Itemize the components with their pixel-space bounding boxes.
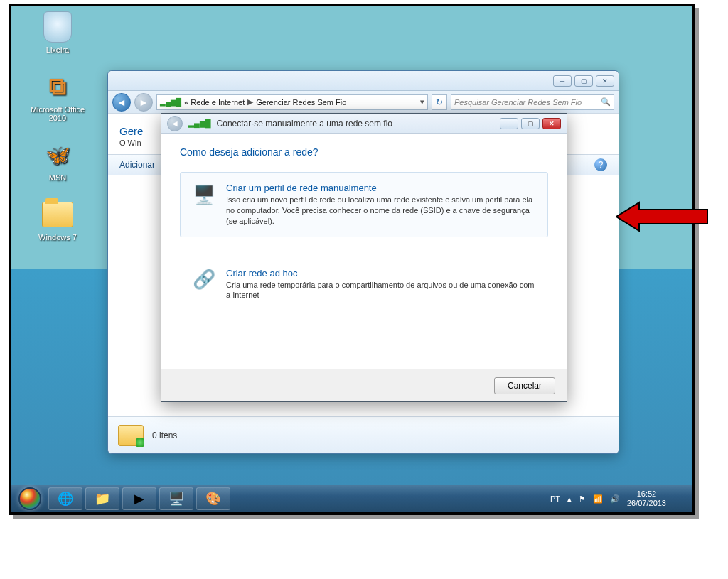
signal-icon: ▂▄▆█ <box>188 119 211 128</box>
wizard-titlebar[interactable]: ◄ ▂▄▆█ Conectar-se manualmente a uma red… <box>161 114 567 134</box>
refresh-button[interactable]: ↻ <box>432 94 447 110</box>
option-adhoc[interactable]: 🔗 Criar rede ad hoc Cria uma rede tempor… <box>180 257 548 312</box>
desktop-icon-label: Lixeira <box>29 45 86 54</box>
system-tray: PT ▴ ⚑ 📶 🔊 16:52 26/07/2013 <box>550 487 689 511</box>
trash-icon <box>43 11 72 43</box>
breadcrumb[interactable]: ▂▄▆█ « Rede e Internet ▶ Gerenciar Redes… <box>156 94 428 110</box>
svg-marker-0 <box>616 202 707 231</box>
wizard-title: Conectar-se manualmente a uma rede sem f… <box>217 119 392 129</box>
volume-icon[interactable]: 🔊 <box>610 494 620 504</box>
status-bar: 0 itens <box>108 416 619 453</box>
monitor-icon: 🖥️ <box>192 183 216 207</box>
minimize-button[interactable]: ─ <box>553 75 572 87</box>
option-manual-profile[interactable]: 🖥️ Criar um perfil de rede manualmente I… <box>180 172 548 237</box>
desktop-icon-office[interactable]: ⧉ Microsoft Office 2010 <box>29 70 86 122</box>
desktop-icon-label: Windows 7 <box>29 233 86 242</box>
taskbar-paint[interactable]: 🎨 <box>196 487 230 510</box>
folder-icon <box>42 202 73 227</box>
address-bar: ◄ ► ▂▄▆█ « Rede e Internet ▶ Gerenciar R… <box>108 91 619 114</box>
taskbar-app1[interactable]: 🖥️ <box>159 487 193 510</box>
status-text: 0 itens <box>152 431 177 440</box>
signal-icon: ▂▄▆█ <box>160 98 181 106</box>
breadcrumb-item[interactable]: Rede e Internet <box>191 98 245 107</box>
wizard-question: Como deseja adicionar a rede? <box>180 146 548 158</box>
taskbar-explorer[interactable]: 📁 <box>85 487 119 510</box>
option-description: Isso cria um novo perfil de rede ou loca… <box>226 195 536 227</box>
flag-icon[interactable]: ⚑ <box>579 494 586 504</box>
desktop-icon-label: Microsoft Office 2010 <box>29 105 86 122</box>
folder-signal-icon <box>118 425 144 446</box>
search-icon: 🔍 <box>601 97 611 107</box>
language-indicator[interactable]: PT <box>550 494 560 503</box>
add-button[interactable]: Adicionar <box>119 160 155 170</box>
taskbar-ie[interactable]: 🌐 <box>48 487 82 510</box>
windows-orb-icon <box>18 487 41 510</box>
breadcrumb-item[interactable]: Gerenciar Redes Sem Fio <box>256 98 346 107</box>
forward-button[interactable]: ► <box>134 93 153 112</box>
cancel-button[interactable]: Cancelar <box>494 377 555 394</box>
help-icon[interactable]: ? <box>594 158 607 171</box>
desktop-icon-msn[interactable]: 🦋 MSN <box>29 138 86 182</box>
wizard-back-button[interactable]: ◄ <box>167 116 183 131</box>
option-title: Criar um perfil de rede manualmente <box>226 183 536 193</box>
office-icon: ⧉ <box>41 70 75 104</box>
search-input[interactable]: Pesquisar Gerenciar Redes Sem Fio 🔍 <box>451 94 614 110</box>
show-desktop-button[interactable] <box>678 487 685 511</box>
network-icon: 🔗 <box>192 268 216 292</box>
msn-icon: 🦋 <box>41 138 75 172</box>
annotation-arrow <box>616 201 709 232</box>
tray-chevron-icon[interactable]: ▴ <box>567 494 572 504</box>
start-button[interactable] <box>14 487 46 511</box>
minimize-button[interactable]: ─ <box>500 118 518 129</box>
desktop-icon-label: MSN <box>29 173 86 182</box>
chevron-right-icon: ▶ <box>247 97 253 107</box>
taskbar-media[interactable]: ▶ <box>122 487 156 510</box>
network-tray-icon[interactable]: 📶 <box>593 494 603 504</box>
wizard-dialog: ◄ ▂▄▆█ Conectar-se manualmente a uma red… <box>161 113 567 402</box>
maximize-button[interactable]: ▢ <box>574 75 593 87</box>
option-description: Cria uma rede temporária para o comparti… <box>226 280 536 301</box>
clock[interactable]: 16:52 26/07/2013 <box>627 489 666 508</box>
back-button[interactable]: ◄ <box>112 93 131 112</box>
desktop: Lixeira ⧉ Microsoft Office 2010 🦋 MSN Wi… <box>11 6 692 512</box>
close-button[interactable]: ✕ <box>596 75 614 87</box>
taskbar: 🌐 📁 ▶ 🖥️ 🎨 PT ▴ ⚑ 📶 🔊 16:52 26/07/2013 <box>11 485 692 512</box>
dropdown-icon[interactable]: ▾ <box>420 97 424 107</box>
option-title: Criar rede ad hoc <box>226 268 536 278</box>
desktop-icon-folder[interactable]: Windows 7 <box>29 197 86 242</box>
close-button[interactable]: ✕ <box>542 118 561 129</box>
explorer-titlebar[interactable]: ─ ▢ ✕ <box>108 71 619 91</box>
maximize-button[interactable]: ▢ <box>521 118 540 129</box>
desktop-icon-trash[interactable]: Lixeira <box>29 10 86 54</box>
